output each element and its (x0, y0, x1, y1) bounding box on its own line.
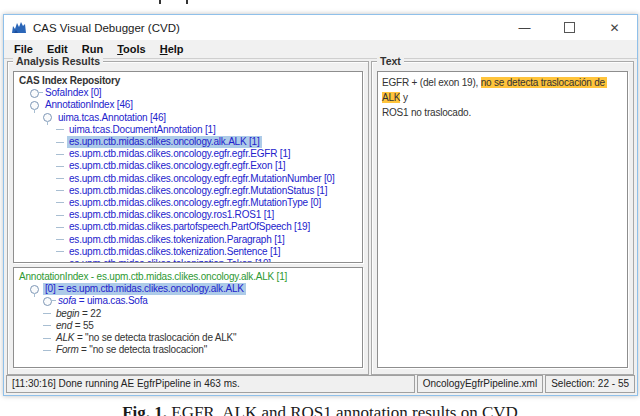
tree-node[interactable]: uima.tcas.DocumentAnnotation [1] (14, 124, 362, 136)
tree-node-label: sofa = uima.cas.Sofa (56, 295, 150, 307)
tree-expand-handle-icon[interactable] (30, 101, 39, 110)
tree-connector (56, 202, 64, 203)
tree-node-label: Form = "no se detecta traslocacion" (54, 344, 209, 356)
tree-node[interactable]: es.upm.ctb.midas.clikes.partofspeech.Par… (14, 221, 362, 233)
cropped-text-fragment (186, 0, 188, 4)
tree-node[interactable]: es.upm.ctb.midas.clikes.oncology.egfr.eg… (14, 160, 362, 172)
tree-node[interactable]: begin = 22 (14, 308, 362, 320)
tree-node[interactable]: es.upm.ctb.midas.clikes.tokenization.Sen… (14, 246, 362, 258)
tree-connector (56, 215, 64, 216)
tree-expand-handle-icon[interactable] (30, 285, 39, 294)
tree-node-label: es.upm.ctb.midas.clikes.oncology.egfr.eg… (67, 173, 337, 185)
tree-connector (56, 166, 64, 167)
cvd-window: CAS Visual Debugger (CVD) — ✕ FileEditRu… (3, 14, 638, 396)
cas-index-tree[interactable]: CAS Index RepositorySofaIndex [0]Annotat… (13, 71, 363, 263)
tree-node-label: begin = 22 (54, 308, 103, 320)
tree-connector (43, 338, 51, 339)
tree-node-label: es.upm.ctb.midas.clikes.oncology.egfr.eg… (67, 148, 292, 160)
tree-node-label: AnnotationIndex [46] (43, 99, 135, 111)
status-pipeline-file: OncologyEgfrPipeline.xml (417, 375, 544, 393)
tree-node[interactable]: sofa = uima.cas.Sofa (14, 295, 362, 307)
tree-connector (56, 227, 64, 228)
tree-connector (56, 178, 64, 179)
tree-node-label: ALK = "no se detecta traslocación de ALK… (54, 332, 238, 344)
tree-connector (56, 239, 64, 240)
document-text-segment: ROS1 no traslocado. (382, 107, 471, 118)
tree-node[interactable]: es.upm.ctb.midas.clikes.tokenization.Tok… (14, 258, 362, 263)
tree-node-label: uima.tcas.DocumentAnnotation [1] (67, 124, 217, 136)
tree-node-label: es.upm.ctb.midas.clikes.oncology.alk.ALK… (67, 136, 262, 148)
tree-connector (56, 190, 64, 191)
tree-node[interactable]: [0] = es.upm.ctb.midas.clikes.oncology.a… (14, 283, 362, 295)
tree-node[interactable]: uima.tcas.Annotation [46] (14, 112, 362, 124)
tree-connector (56, 129, 64, 130)
tree-node[interactable]: es.upm.ctb.midas.clikes.oncology.egfr.eg… (14, 197, 362, 209)
tree-expand-handle-icon[interactable] (43, 113, 52, 122)
tree-node[interactable]: es.upm.ctb.midas.clikes.tokenization.Par… (14, 233, 362, 245)
figure-caption-label: Fig. 1. (122, 403, 167, 416)
tree-node-label: es.upm.ctb.midas.clikes.tokenization.Par… (67, 234, 287, 246)
close-button[interactable]: ✕ (592, 15, 637, 40)
figure-caption: Fig. 1. EGFR, ALK and ROS1 annotation re… (0, 403, 640, 416)
analysis-panel-title: Analysis Results (13, 54, 103, 68)
tree-node[interactable]: es.upm.ctb.midas.clikes.oncology.egfr.eg… (14, 185, 362, 197)
status-bar: [11:30:16] Done running AE EgfrPipeline … (6, 375, 635, 393)
tree-expand-handle-icon[interactable] (43, 297, 52, 306)
tree-node[interactable]: Form = "no se detecta traslocacion" (14, 344, 362, 356)
cropped-text-fragment (159, 0, 161, 4)
analysis-results-panel: Analysis Results CAS Index RepositorySof… (7, 61, 369, 375)
tree-node[interactable]: AnnotationIndex [46] (14, 99, 362, 111)
menu-tools[interactable]: Tools (111, 42, 152, 56)
tree-node-label: es.upm.ctb.midas.clikes.partofspeech.Par… (67, 221, 312, 233)
tree-node[interactable]: CAS Index Repository (14, 75, 362, 87)
tree-node-label: es.upm.ctb.midas.clikes.oncology.ros1.RO… (67, 209, 276, 221)
tree-connector (43, 325, 51, 326)
tree-connector (56, 251, 64, 252)
uima-app-icon (11, 21, 27, 35)
document-text-segment: y (400, 92, 407, 103)
tree-node[interactable]: end = 55 (14, 320, 362, 332)
text-panel: Text EGFR + (del exon 19), no se detecta… (371, 61, 634, 375)
tree-node-label: uima.tcas.Annotation [46] (56, 112, 168, 124)
tree-connector (56, 142, 64, 143)
tree-node-label: end = 55 (54, 320, 96, 332)
status-message: [11:30:16] Done running AE EgfrPipeline … (6, 375, 415, 393)
tree-node[interactable]: es.upm.ctb.midas.clikes.oncology.egfr.eg… (14, 173, 362, 185)
tree-node[interactable]: AnnotationIndex - es.upm.ctb.midas.clike… (14, 271, 362, 283)
tree-node-label: es.upm.ctb.midas.clikes.oncology.egfr.eg… (67, 197, 323, 209)
tree-node-label: es.upm.ctb.midas.clikes.oncology.egfr.eg… (67, 160, 287, 172)
document-text: EGFR + (del exon 19), no se detecta tras… (378, 72, 627, 123)
tree-connector (43, 313, 51, 314)
minimize-button[interactable]: — (502, 15, 547, 40)
maximize-icon (564, 22, 575, 33)
figure-caption-text: EGFR, ALK and ROS1 annotation results on… (167, 403, 518, 416)
tree-node[interactable]: SofaIndex [0] (14, 87, 362, 99)
menu-help[interactable]: Help (154, 42, 190, 56)
tree-node[interactable]: es.upm.ctb.midas.clikes.oncology.alk.ALK… (14, 136, 362, 148)
tree-node-label: [0] = es.upm.ctb.midas.clikes.oncology.a… (43, 283, 246, 295)
tree-connector (43, 350, 51, 351)
tree-node-label: es.upm.ctb.midas.clikes.oncology.egfr.eg… (67, 185, 329, 197)
tree-node-label: SofaIndex [0] (43, 87, 103, 99)
document-text-segment: EGFR + (del exon 19), (382, 77, 481, 88)
tree-node[interactable]: es.upm.ctb.midas.clikes.oncology.egfr.eg… (14, 148, 362, 160)
maximize-button[interactable] (547, 15, 592, 40)
text-panel-title: Text (377, 54, 404, 68)
tree-connector (56, 154, 64, 155)
tree-node-label: CAS Index Repository (17, 75, 122, 87)
tree-node-label: AnnotationIndex - es.upm.ctb.midas.clike… (17, 271, 289, 283)
status-selection: Selection: 22 - 55 (545, 375, 635, 393)
tree-node-label: es.upm.ctb.midas.clikes.tokenization.Sen… (67, 246, 282, 258)
annotation-detail-tree[interactable]: AnnotationIndex - es.upm.ctb.midas.clike… (13, 267, 363, 368)
tree-node[interactable]: ALK = "no se detecta traslocación de ALK… (14, 332, 362, 344)
tree-node[interactable]: es.upm.ctb.midas.clikes.oncology.ros1.RO… (14, 209, 362, 221)
window-title: CAS Visual Debugger (CVD) (33, 22, 180, 34)
tree-expand-handle-icon[interactable] (30, 89, 39, 98)
title-bar[interactable]: CAS Visual Debugger (CVD) — ✕ (4, 15, 637, 40)
document-text-area[interactable]: EGFR + (del exon 19), no se detecta tras… (377, 71, 628, 368)
tree-node-label: es.upm.ctb.midas.clikes.tokenization.Tok… (67, 258, 273, 263)
